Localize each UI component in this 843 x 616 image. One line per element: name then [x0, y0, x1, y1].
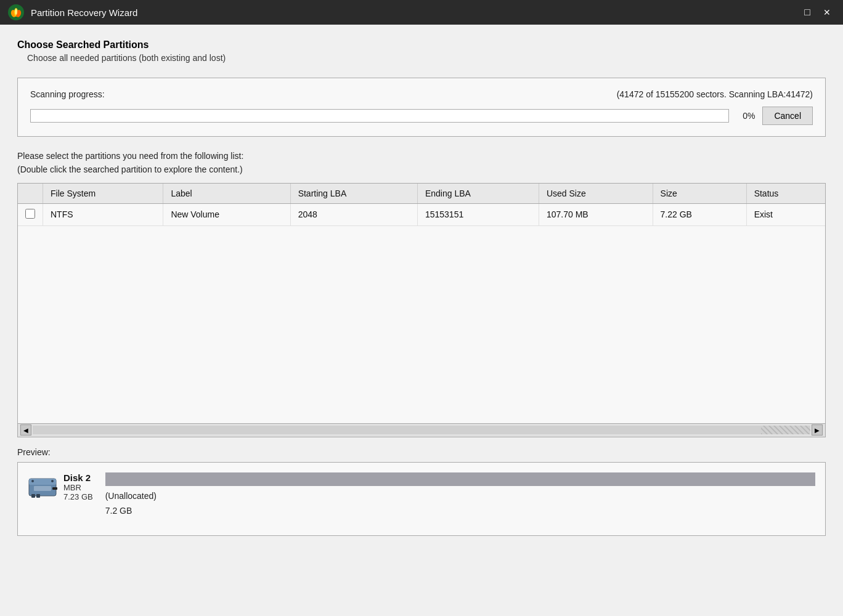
scroll-track[interactable]: [33, 426, 810, 434]
col-size: Size: [653, 184, 746, 204]
titlebar-left: Partition Recovery Wizard: [7, 4, 137, 21]
instruction-line2: (Double click the searched partition to …: [17, 164, 243, 174]
row-cell-label: New Volume: [163, 203, 290, 225]
preview-box: Disk 2 MBR 7.23 GB (Unallocated) 7.2 GB: [17, 462, 826, 536]
row-cell-starting_lba: 2048: [290, 203, 417, 225]
titlebar: Partition Recovery Wizard □ ✕: [0, 0, 843, 25]
svg-point-10: [51, 480, 54, 482]
disk-icon: [28, 474, 57, 500]
col-status: Status: [746, 184, 825, 204]
table-container: File System Label Starting LBA Ending LB…: [17, 183, 826, 437]
col-starting-lba: Starting LBA: [290, 184, 417, 204]
disk-details: Disk 2 MBR 7.23 GB: [63, 472, 93, 501]
row-checkbox-cell[interactable]: [18, 203, 43, 225]
disk-size-label: 7.23 GB: [63, 492, 93, 501]
scroll-left-arrow[interactable]: ◀: [20, 424, 31, 436]
col-ending-lba: Ending LBA: [417, 184, 539, 204]
scan-label: Scanning progress:: [30, 89, 105, 99]
titlebar-controls: □ ✕: [799, 4, 836, 21]
app-title: Partition Recovery Wizard: [31, 7, 137, 18]
disk-visual: (Unallocated) 7.2 GB: [105, 472, 815, 516]
scroll-thumb: [761, 426, 810, 434]
scan-status: (41472 of 15155200 sectors. Scanning LBA…: [617, 89, 813, 99]
col-label: Label: [163, 184, 290, 204]
row-cell-size: 7.22 GB: [653, 203, 746, 225]
svg-rect-7: [31, 494, 35, 498]
horizontal-scrollbar[interactable]: ◀ ▶: [18, 423, 825, 437]
row-cell-status: Exist: [746, 203, 825, 225]
svg-rect-12: [52, 487, 57, 490]
app-icon: [7, 4, 25, 21]
svg-rect-11: [34, 486, 51, 491]
disk-partition-info: (Unallocated): [105, 491, 815, 501]
disk-name: Disk 2: [63, 472, 93, 483]
disk-bar: [105, 472, 815, 486]
svg-point-4: [15, 9, 17, 15]
row-cell-ending_lba: 15153151: [417, 203, 539, 225]
scan-header: Scanning progress: (41472 of 15155200 se…: [30, 89, 813, 99]
maximize-button[interactable]: □: [799, 4, 816, 21]
disk-type: MBR: [63, 483, 93, 492]
preview-label: Preview:: [17, 447, 826, 457]
col-filesystem: File System: [43, 184, 163, 204]
svg-rect-8: [36, 494, 40, 498]
scan-progress-row: 0% Cancel: [30, 107, 813, 125]
row-checkbox[interactable]: [25, 209, 35, 219]
progress-percent: 0%: [736, 111, 755, 121]
main-content: Choose Searched Partitions Choose all ne…: [0, 25, 843, 551]
scan-box: Scanning progress: (41472 of 15155200 se…: [17, 78, 826, 137]
progress-bar-container: [30, 109, 729, 123]
row-cell-used_size: 107.70 MB: [539, 203, 653, 225]
partition-table: File System Label Starting LBA Ending LB…: [18, 184, 825, 226]
table-empty-area: [18, 226, 825, 423]
instructions: Please select the partitions you need fr…: [17, 149, 826, 177]
close-button[interactable]: ✕: [818, 4, 836, 21]
cancel-button[interactable]: Cancel: [762, 107, 813, 125]
disk-partition-size: 7.2 GB: [105, 506, 815, 516]
page-subtitle: Choose all needed partitions (both exist…: [17, 53, 826, 63]
page-title: Choose Searched Partitions: [17, 39, 826, 51]
col-used-size: Used Size: [539, 184, 653, 204]
disk-icon-area: Disk 2 MBR 7.23 GB: [28, 472, 93, 501]
svg-point-9: [31, 480, 34, 482]
row-cell-filesystem: NTFS: [43, 203, 163, 225]
col-checkbox: [18, 184, 43, 204]
table-header-row: File System Label Starting LBA Ending LB…: [18, 184, 825, 204]
instruction-line1: Please select the partitions you need fr…: [17, 151, 243, 161]
scroll-right-arrow[interactable]: ▶: [812, 424, 823, 436]
table-row[interactable]: NTFSNew Volume204815153151107.70 MB7.22 …: [18, 203, 825, 225]
